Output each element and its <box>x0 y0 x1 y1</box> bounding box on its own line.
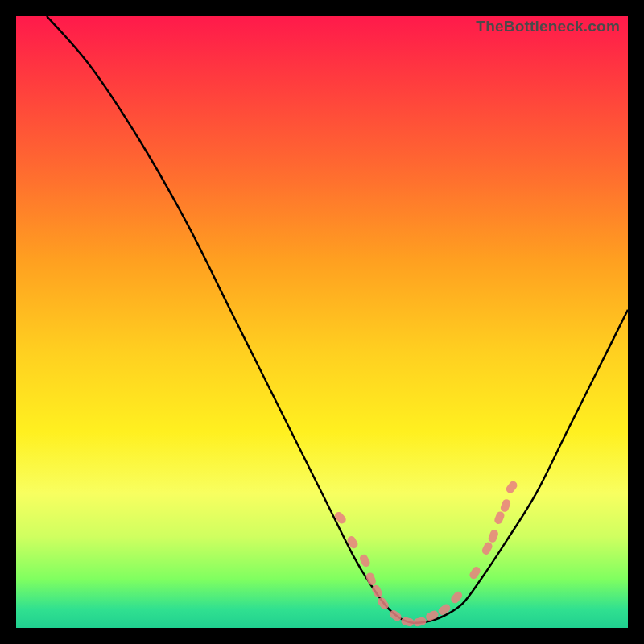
valley-marker <box>358 553 371 568</box>
valley-markers <box>333 480 519 627</box>
valley-marker <box>481 541 493 556</box>
bottleneck-curve <box>47 16 628 623</box>
curve-layer <box>16 16 628 628</box>
valley-marker <box>493 510 506 526</box>
valley-marker <box>365 572 377 587</box>
valley-marker <box>400 617 415 628</box>
valley-marker <box>437 602 452 617</box>
valley-marker <box>487 529 499 544</box>
valley-marker <box>499 498 511 514</box>
chart-frame: TheBottleneck.com <box>0 0 644 644</box>
valley-marker <box>469 565 482 580</box>
valley-marker <box>413 617 427 628</box>
valley-marker <box>333 510 348 526</box>
plot-area: TheBottleneck.com <box>16 16 628 628</box>
valley-marker <box>505 480 519 495</box>
valley-marker <box>449 590 464 605</box>
